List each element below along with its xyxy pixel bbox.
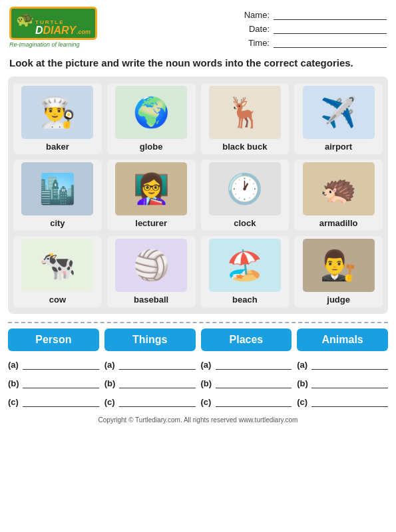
- image-cell-airport: ✈️ airport: [294, 83, 383, 154]
- answer-prefix-animals-1: (b): [297, 378, 309, 388]
- name-field-row: Name:: [243, 9, 387, 20]
- answer-prefix-animals-2: (c): [297, 397, 309, 407]
- answer-row-animals-1: (b): [297, 376, 388, 388]
- image-label-airport: airport: [325, 142, 352, 152]
- image-beach: 🏖️: [209, 239, 281, 292]
- answer-line-places-2[interactable]: [216, 395, 292, 407]
- time-field-row: Time:: [243, 37, 387, 48]
- answer-col-person: (a) (b) (c): [8, 358, 99, 407]
- logo-diary-text: DDIARY .com: [35, 25, 91, 36]
- answer-prefix-things-2: (c): [104, 397, 116, 407]
- turtle-icon: 🐢: [16, 11, 34, 28]
- image-cell-beach: 🏖️ beach: [201, 236, 290, 307]
- image-baseball: 🏐: [115, 239, 187, 292]
- image-cell-clock: 🕐 clock: [201, 160, 290, 231]
- answer-row-places-2: (c): [201, 395, 292, 407]
- page-header: 🐢 TURTLE DDIARY .com Re-Imagination of l…: [0, 0, 396, 52]
- image-lecturer: 👩‍🏫: [115, 162, 187, 215]
- answer-row-person-1: (b): [8, 376, 99, 388]
- name-label: Name:: [243, 10, 270, 20]
- answer-line-things-1[interactable]: [119, 376, 196, 388]
- answer-row-animals-2: (c): [297, 395, 388, 407]
- time-line: [274, 37, 387, 48]
- answer-line-animals-0[interactable]: [311, 358, 388, 370]
- image-cell-judge: 👨‍⚖️ judge: [294, 236, 383, 307]
- image-label-lecturer: lecturer: [135, 218, 167, 228]
- image-city: 🏙️: [21, 162, 93, 215]
- answer-line-animals-2[interactable]: [311, 395, 388, 407]
- logo-area: 🐢 TURTLE DDIARY .com Re-Imagination of l…: [9, 7, 97, 48]
- images-grid-wrapper: 👨‍🍳 baker 🌍 globe 🦌 black buck ✈️ airpor…: [8, 76, 388, 314]
- answer-prefix-animals-0: (a): [297, 360, 309, 370]
- image-label-globe: globe: [140, 142, 163, 152]
- answer-row-person-2: (c): [8, 395, 99, 407]
- answer-prefix-places-0: (a): [201, 360, 213, 370]
- answer-prefix-things-1: (b): [104, 378, 116, 388]
- image-cell-baseball: 🏐 baseball: [107, 236, 196, 307]
- category-btn-animals[interactable]: Animals: [297, 329, 388, 351]
- image-cell-baker: 👨‍🍳 baker: [13, 83, 102, 154]
- instruction-text: Look at the picture and write the noun w…: [0, 52, 396, 76]
- image-cow: 🐄: [21, 239, 93, 292]
- category-btn-places[interactable]: Places: [201, 329, 292, 351]
- date-field-row: Date:: [243, 23, 387, 34]
- answer-prefix-person-0: (a): [8, 360, 20, 370]
- image-cell-armadillo: 🦔 armadillo: [294, 160, 383, 231]
- answer-line-things-2[interactable]: [119, 395, 196, 407]
- answer-row-places-0: (a): [201, 358, 292, 370]
- categories-row: PersonThingsPlacesAnimals: [8, 329, 388, 351]
- name-date-area: Name: Date: Time:: [243, 7, 387, 48]
- image-cell-cow: 🐄 cow: [13, 236, 102, 307]
- answer-row-animals-0: (a): [297, 358, 388, 370]
- image-label-beach: beach: [232, 295, 258, 305]
- image-clock: 🕐: [209, 162, 281, 215]
- answer-line-places-1[interactable]: [216, 376, 292, 388]
- logo-tagline: Re-Imagination of learning: [9, 41, 80, 48]
- category-btn-person[interactable]: Person: [8, 329, 99, 351]
- answer-line-animals-1[interactable]: [311, 376, 388, 388]
- images-grid: 👨‍🍳 baker 🌍 globe 🦌 black buck ✈️ airpor…: [13, 83, 383, 307]
- answer-prefix-places-2: (c): [201, 397, 213, 407]
- image-label-clock: clock: [234, 218, 256, 228]
- footer: Copyright © Turtlediary.com. All rights …: [0, 416, 396, 424]
- answer-prefix-person-1: (b): [8, 378, 20, 388]
- image-label-blackbuck: black buck: [222, 142, 267, 152]
- answer-prefix-places-1: (b): [201, 378, 213, 388]
- image-cell-blackbuck: 🦌 black buck: [201, 83, 290, 154]
- category-btn-things[interactable]: Things: [104, 329, 196, 351]
- image-label-baseball: baseball: [134, 295, 168, 305]
- image-label-armadillo: armadillo: [319, 218, 358, 228]
- image-judge: 👨‍⚖️: [303, 239, 375, 292]
- answer-line-places-0[interactable]: [216, 358, 292, 370]
- answer-line-things-0[interactable]: [119, 358, 196, 370]
- image-airport: ✈️: [303, 86, 375, 139]
- answer-row-person-0: (a): [8, 358, 99, 370]
- answer-line-person-0[interactable]: [23, 358, 99, 370]
- answer-col-places: (a) (b) (c): [201, 358, 292, 407]
- answer-prefix-person-2: (c): [8, 397, 20, 407]
- logo-box: 🐢 TURTLE DDIARY .com: [9, 7, 97, 40]
- name-line: [274, 9, 387, 20]
- image-globe: 🌍: [115, 86, 187, 139]
- answer-row-places-1: (b): [201, 376, 292, 388]
- image-armadillo: 🦔: [303, 162, 375, 215]
- date-line: [274, 23, 387, 34]
- answer-col-animals: (a) (b) (c): [297, 358, 388, 407]
- image-label-city: city: [50, 218, 65, 228]
- answers-grid: (a) (b) (c) (a) (b) (c) (a) (b) (c) (a: [8, 358, 388, 407]
- answer-row-things-2: (c): [104, 395, 196, 407]
- image-label-baker: baker: [46, 142, 69, 152]
- image-blackbuck: 🦌: [209, 86, 281, 139]
- image-baker: 👨‍🍳: [21, 86, 93, 139]
- dashed-divider: [8, 322, 388, 323]
- date-label: Date:: [243, 24, 270, 34]
- answer-row-things-0: (a): [104, 358, 196, 370]
- answer-prefix-things-0: (a): [104, 360, 116, 370]
- answer-line-person-2[interactable]: [23, 395, 99, 407]
- image-cell-city: 🏙️ city: [13, 160, 102, 231]
- image-cell-lecturer: 👩‍🏫 lecturer: [107, 160, 196, 231]
- time-label: Time:: [243, 38, 270, 48]
- image-label-judge: judge: [327, 295, 350, 305]
- image-label-cow: cow: [49, 295, 66, 305]
- answer-line-person-1[interactable]: [23, 376, 99, 388]
